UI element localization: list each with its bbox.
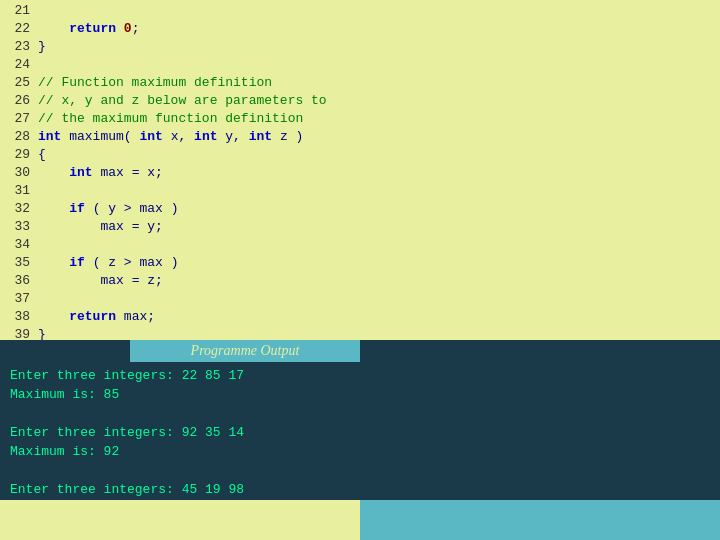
code-line-37: 37 bbox=[8, 290, 720, 308]
code-area: 21 22 return 0; 23 } 24 25 // Function m… bbox=[0, 0, 720, 340]
output-line-3: Enter three integers: 92 35 14 bbox=[10, 423, 710, 442]
code-line-33: 33 max = y; bbox=[8, 218, 720, 236]
code-line-30: 30 int max = x; bbox=[8, 164, 720, 182]
output-title: Programme Output bbox=[130, 340, 360, 362]
bottom-right-box bbox=[360, 500, 720, 540]
code-line-21: 21 bbox=[8, 2, 720, 20]
code-line-39: 39 } bbox=[8, 326, 720, 340]
output-line-2: Maximum is: 85 bbox=[10, 385, 710, 404]
output-line-4: Maximum is: 92 bbox=[10, 442, 710, 461]
code-line-36: 36 max = z; bbox=[8, 272, 720, 290]
code-line-32: 32 if ( y > max ) bbox=[8, 200, 720, 218]
output-line-5: Enter three integers: 45 19 98 bbox=[10, 480, 710, 499]
code-line-35: 35 if ( z > max ) bbox=[8, 254, 720, 272]
code-line-26: 26 // x, y and z below are parameters to bbox=[8, 92, 720, 110]
code-line-34: 34 bbox=[8, 236, 720, 254]
code-line-27: 27 // the maximum function definition bbox=[8, 110, 720, 128]
code-line-24: 24 bbox=[8, 56, 720, 74]
bottom-left-box bbox=[0, 500, 360, 540]
code-line-29: 29 { bbox=[8, 146, 720, 164]
code-line-28: 28 int maximum( int x, int y, int z ) bbox=[8, 128, 720, 146]
output-line-blank-2 bbox=[10, 461, 710, 480]
code-line-22: 22 return 0; bbox=[8, 20, 720, 38]
code-line-23: 23 } bbox=[8, 38, 720, 56]
code-line-38: 38 return max; bbox=[8, 308, 720, 326]
output-line-blank-1 bbox=[10, 404, 710, 423]
code-line-25: 25 // Function maximum definition bbox=[8, 74, 720, 92]
output-line-1: Enter three integers: 22 85 17 bbox=[10, 366, 710, 385]
code-line-31: 31 bbox=[8, 182, 720, 200]
